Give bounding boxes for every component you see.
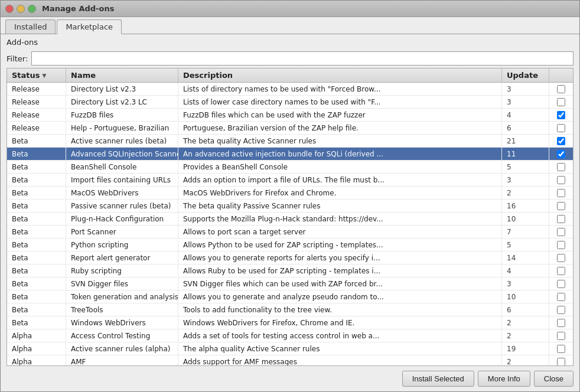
row-checkbox[interactable] — [557, 215, 565, 223]
row-checkbox[interactable] — [557, 254, 565, 262]
tab-marketplace[interactable]: Marketplace — [57, 19, 122, 34]
cell-update: 6 — [502, 122, 549, 134]
cell-name: Active scanner rules (alpha) — [66, 342, 178, 355]
row-checkbox[interactable] — [557, 176, 565, 184]
cell-name: Directory List v2.3 LC — [66, 96, 178, 108]
table-row[interactable]: Beta Token generation and analysis Allow… — [7, 290, 573, 303]
table-row[interactable]: Release Directory List v2.3 LC Lists of … — [7, 96, 573, 109]
col-header-status[interactable]: Status ▼ — [7, 68, 66, 82]
row-checkbox[interactable] — [557, 319, 565, 327]
close-button[interactable]: Close — [534, 371, 574, 387]
cell-checkbox[interactable] — [549, 303, 573, 316]
row-checkbox[interactable] — [557, 358, 565, 366]
table-row[interactable]: Beta SVN Digger files SVN Digger files w… — [7, 277, 573, 290]
row-checkbox[interactable] — [557, 124, 565, 132]
table-row[interactable]: Release Directory List v2.3 Lists of dir… — [7, 83, 573, 96]
cell-update: 3 — [502, 96, 549, 108]
row-checkbox[interactable] — [557, 306, 565, 314]
cell-status: Release — [7, 96, 66, 108]
table-row[interactable]: Beta Python scripting Allows Python to b… — [7, 239, 573, 251]
row-checkbox[interactable] — [557, 111, 565, 119]
col-header-name: Name — [66, 68, 178, 82]
cell-name: Python scripting — [66, 239, 178, 251]
table-row[interactable]: Alpha AMF Adds support for AMF messages … — [7, 355, 573, 365]
row-checkbox[interactable] — [557, 241, 565, 249]
cell-checkbox[interactable] — [549, 96, 573, 108]
cell-update: 14 — [502, 251, 549, 264]
more-info-button[interactable]: More Info — [478, 371, 530, 387]
cell-update: 6 — [502, 303, 549, 316]
cell-checkbox[interactable] — [549, 148, 573, 160]
row-checkbox[interactable] — [557, 98, 565, 106]
row-checkbox[interactable] — [557, 280, 565, 288]
cell-checkbox[interactable] — [549, 342, 573, 355]
cell-description: Allows Python to be used for ZAP scripti… — [178, 239, 502, 251]
cell-checkbox[interactable] — [549, 316, 573, 329]
table-row[interactable]: Beta Advanced SQLInjection Scanner An ad… — [7, 148, 573, 161]
table-row[interactable]: Beta Port Scanner Allows to port scan a … — [7, 226, 573, 239]
row-checkbox[interactable] — [557, 267, 565, 275]
cell-status: Release — [7, 83, 66, 95]
cell-update: 3 — [502, 277, 549, 290]
cell-checkbox[interactable] — [549, 239, 573, 251]
table-row[interactable]: Alpha Access Control Testing Adds a set … — [7, 329, 573, 342]
cell-update: 11 — [502, 148, 549, 160]
table-row[interactable]: Beta Active scanner rules (beta) The bet… — [7, 135, 573, 148]
table-row[interactable]: Beta MacOS WebDrivers MacOS WebDrivers f… — [7, 187, 573, 200]
cell-checkbox[interactable] — [549, 174, 573, 186]
row-checkbox[interactable] — [557, 332, 565, 340]
cell-name: Passive scanner rules (beta) — [66, 200, 178, 212]
row-checkbox[interactable] — [557, 150, 565, 158]
row-checkbox[interactable] — [557, 345, 565, 353]
cell-name: Plug-n-Hack Configuration — [66, 213, 178, 225]
table-row[interactable]: Beta Passive scanner rules (beta) The be… — [7, 200, 573, 213]
cell-checkbox[interactable] — [549, 122, 573, 134]
cell-name: TreeTools — [66, 303, 178, 316]
cell-checkbox[interactable] — [549, 187, 573, 199]
row-checkbox[interactable] — [557, 137, 565, 145]
table-row[interactable]: Alpha Active scanner rules (alpha) The a… — [7, 342, 573, 355]
row-checkbox[interactable] — [557, 228, 565, 236]
cell-checkbox[interactable] — [549, 290, 573, 303]
row-checkbox[interactable] — [557, 293, 565, 301]
cell-checkbox[interactable] — [549, 135, 573, 147]
table-row[interactable]: Release FuzzDB files FuzzDB files which … — [7, 109, 573, 122]
filter-input[interactable] — [31, 51, 574, 66]
row-checkbox[interactable] — [557, 202, 565, 210]
cell-checkbox[interactable] — [549, 277, 573, 290]
cell-checkbox[interactable] — [549, 264, 573, 277]
cell-update: 5 — [502, 161, 549, 173]
cell-checkbox[interactable] — [549, 161, 573, 173]
cell-checkbox[interactable] — [549, 213, 573, 225]
minimize-button[interactable] — [17, 5, 25, 13]
cell-checkbox[interactable] — [549, 355, 573, 365]
cell-status: Beta — [7, 264, 66, 277]
cell-status: Release — [7, 122, 66, 134]
cell-name: Windows WebDrivers — [66, 316, 178, 329]
cell-checkbox[interactable] — [549, 226, 573, 238]
cell-checkbox[interactable] — [549, 83, 573, 95]
cell-update: 2 — [502, 355, 549, 365]
table-row[interactable]: Beta BeanShell Console Provides a BeanSh… — [7, 161, 573, 174]
table-row[interactable]: Beta Report alert generator Allows you t… — [7, 251, 573, 264]
install-selected-button[interactable]: Install Selected — [402, 371, 474, 387]
row-checkbox[interactable] — [557, 189, 565, 197]
row-checkbox[interactable] — [557, 85, 565, 93]
table-row[interactable]: Beta Ruby scripting Allows Ruby to be us… — [7, 264, 573, 277]
table-row[interactable]: Beta TreeTools Tools to add functionalit… — [7, 303, 573, 316]
cell-status: Release — [7, 109, 66, 121]
row-checkbox[interactable] — [557, 163, 565, 171]
close-window-button[interactable] — [5, 5, 14, 13]
table-row[interactable]: Beta Windows WebDrivers Windows WebDrive… — [7, 316, 573, 329]
table-row[interactable]: Beta Import files containing URLs Adds a… — [7, 174, 573, 187]
cell-description: Supports the Mozilla Plug-n-Hack standar… — [178, 213, 502, 225]
cell-name: Directory List v2.3 — [66, 83, 178, 95]
table-row[interactable]: Release Help - Portuguese, Brazilian Por… — [7, 122, 573, 135]
maximize-button[interactable] — [28, 5, 36, 13]
tab-installed[interactable]: Installed — [5, 19, 56, 34]
table-row[interactable]: Beta Plug-n-Hack Configuration Supports … — [7, 213, 573, 226]
cell-checkbox[interactable] — [549, 329, 573, 342]
cell-checkbox[interactable] — [549, 109, 573, 121]
cell-checkbox[interactable] — [549, 200, 573, 212]
cell-checkbox[interactable] — [549, 251, 573, 264]
